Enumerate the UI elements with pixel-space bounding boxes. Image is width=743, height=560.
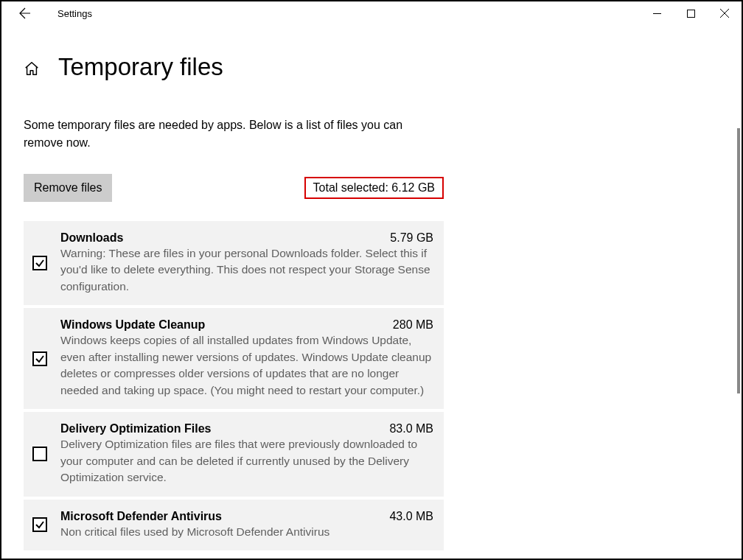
item-size: 83.0 MB: [389, 422, 433, 435]
item-description: Non critical files used by Microsoft Def…: [60, 524, 433, 540]
minimize-icon: [653, 10, 661, 18]
maximize-icon: [687, 10, 695, 18]
item-size: 5.79 GB: [390, 231, 433, 245]
checkbox-column: [32, 510, 49, 540]
intro-text: Some temporary files are needed by apps.…: [24, 116, 436, 152]
back-button[interactable]: [13, 1, 37, 25]
page-title: Temporary files: [58, 53, 223, 81]
titlebar: Settings: [1, 1, 742, 25]
item-title: Microsoft Defender Antivirus: [60, 510, 222, 523]
checkbox-column: [32, 422, 49, 486]
total-selected-label: Total selected: 6.12 GB: [304, 177, 444, 199]
item-size: 280 MB: [393, 318, 433, 332]
item-checkbox[interactable]: [32, 256, 47, 270]
app-title: Settings: [57, 8, 92, 19]
maximize-button[interactable]: [674, 1, 708, 25]
remove-files-button[interactable]: Remove files: [24, 174, 112, 202]
minimize-button[interactable]: [640, 1, 674, 25]
item-checkbox[interactable]: [32, 447, 47, 461]
svg-rect-1: [687, 10, 694, 17]
header-row: Temporary files: [24, 53, 719, 81]
list-item: Downloads5.79 GBWarning: These are files…: [24, 221, 444, 305]
list-item: Microsoft Defender Antivirus43.0 MBNon c…: [24, 500, 444, 550]
close-icon: [720, 9, 729, 18]
action-row: Remove files Total selected: 6.12 GB: [24, 174, 444, 202]
arrow-left-icon: [19, 7, 31, 19]
item-title: Downloads: [60, 231, 123, 245]
checkbox-column: [32, 231, 49, 295]
content-area: Temporary files Some temporary files are…: [1, 25, 742, 559]
item-body: Microsoft Defender Antivirus43.0 MBNon c…: [60, 510, 433, 540]
item-body: Downloads5.79 GBWarning: These are files…: [60, 231, 433, 295]
item-description: Windows keeps copies of all installed up…: [60, 332, 433, 399]
window-controls: [640, 1, 742, 25]
check-icon: [35, 258, 45, 268]
item-checkbox[interactable]: [32, 351, 47, 366]
check-icon: [35, 354, 45, 364]
item-body: Delivery Optimization Files83.0 MBDelive…: [60, 422, 433, 486]
item-header: Delivery Optimization Files83.0 MB: [60, 422, 433, 435]
home-icon[interactable]: [24, 60, 40, 77]
item-checkbox[interactable]: [32, 517, 47, 532]
item-size: 43.0 MB: [389, 510, 433, 523]
checkbox-column: [32, 318, 49, 399]
check-icon: [35, 519, 45, 530]
item-header: Downloads5.79 GB: [60, 231, 433, 245]
scrollbar-thumb[interactable]: [737, 128, 740, 393]
items-list: Downloads5.79 GBWarning: These are files…: [24, 221, 444, 550]
item-header: Windows Update Cleanup280 MB: [60, 318, 433, 332]
item-description: Delivery Optimization files are files th…: [60, 436, 433, 486]
item-description: Warning: These are files in your persona…: [60, 245, 433, 295]
item-title: Windows Update Cleanup: [60, 318, 205, 332]
list-item: Windows Update Cleanup280 MBWindows keep…: [24, 308, 444, 409]
item-header: Microsoft Defender Antivirus43.0 MB: [60, 510, 433, 523]
item-body: Windows Update Cleanup280 MBWindows keep…: [60, 318, 433, 399]
item-title: Delivery Optimization Files: [60, 422, 212, 435]
list-item: Delivery Optimization Files83.0 MBDelive…: [24, 412, 444, 496]
close-button[interactable]: [708, 1, 742, 25]
